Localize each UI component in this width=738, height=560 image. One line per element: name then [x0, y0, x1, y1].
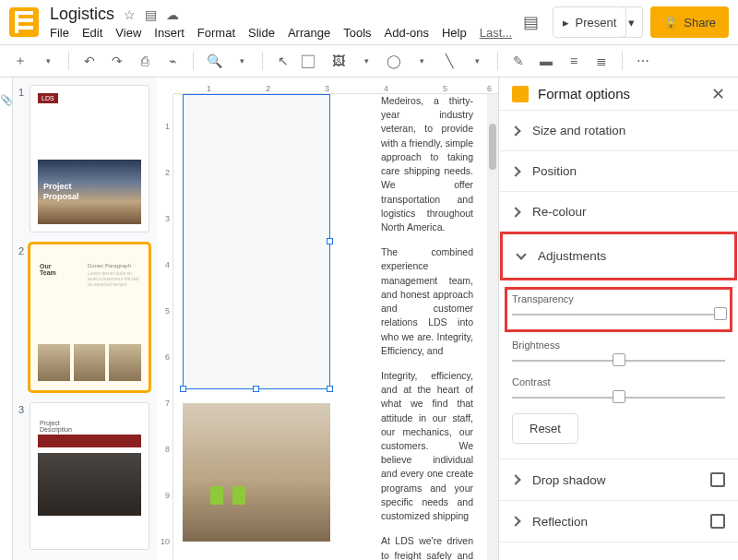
ruler-vertical[interactable]: 1 2 3 4 5 6 7 8 9 10 — [157, 94, 173, 560]
border-dash-button[interactable]: ≣ — [590, 50, 613, 72]
chevron-right-icon — [510, 125, 520, 136]
menu-edit[interactable]: Edit — [82, 26, 102, 40]
section-recolour[interactable]: Re-colour — [499, 192, 738, 232]
zoom-dropdown[interactable]: ▾ — [231, 50, 253, 72]
transparency-slider-group: Transparency — [512, 293, 725, 316]
cloud-icon[interactable]: ☁ — [166, 7, 179, 22]
new-slide-dropdown[interactable]: ▾ — [37, 50, 59, 72]
chevron-right-icon — [510, 207, 520, 217]
menu-arrange[interactable]: Arrange — [288, 26, 330, 40]
menu-view[interactable]: View — [115, 26, 141, 40]
slide-thumb-3[interactable]: Project Description — [30, 402, 149, 550]
menu-slide[interactable]: Slide — [248, 26, 275, 40]
canvas: 1 2 3 4 5 6 1 2 3 4 5 6 7 8 9 10 — [157, 77, 498, 560]
close-icon[interactable]: ✕ — [711, 84, 725, 104]
paint-format-button[interactable]: ⌁ — [161, 50, 184, 72]
select-tool[interactable]: ↖ — [272, 50, 294, 72]
menu-tools[interactable]: Tools — [343, 26, 371, 40]
chevron-right-icon — [510, 516, 520, 526]
new-slide-button[interactable]: ＋ — [9, 50, 31, 72]
share-button[interactable]: 🔒 Share — [650, 6, 729, 38]
menu-last-edit[interactable]: Last... — [480, 26, 512, 40]
side-tab: 📎 — [0, 77, 13, 560]
border-weight-button[interactable]: ≡ — [563, 50, 585, 72]
slide-text[interactable]: Medeiros, a thirty-year industry veteran… — [381, 94, 473, 560]
border-color-button[interactable]: ▬ — [535, 50, 557, 72]
menu-file[interactable]: File — [50, 26, 69, 40]
present-button[interactable]: ▸ Present — [553, 6, 626, 38]
section-reflection[interactable]: Reflection — [499, 501, 738, 542]
zoom-button[interactable]: 🔍 — [203, 50, 225, 72]
print-button[interactable]: ⎙ — [134, 50, 156, 72]
textbox-tool[interactable]: ⃞ — [300, 50, 322, 72]
menu-format[interactable]: Format — [197, 26, 235, 40]
brightness-slider[interactable] — [512, 360, 725, 362]
move-icon[interactable]: ▤ — [145, 7, 157, 22]
brightness-slider-group: Brightness — [512, 340, 725, 362]
present-dropdown[interactable]: ▾ — [621, 6, 643, 38]
more-button[interactable]: ⋯ — [632, 50, 654, 72]
titlebar: Logistics ☆ ▤ ☁ File Edit View Insert Fo… — [0, 0, 738, 44]
contrast-slider-group: Contrast — [512, 376, 725, 399]
section-drop-shadow[interactable]: Drop shadow — [499, 459, 738, 501]
chevron-down-icon — [516, 249, 526, 259]
star-icon[interactable]: ☆ — [124, 7, 136, 22]
lock-icon: 🔒 — [663, 16, 678, 30]
section-position[interactable]: Position — [499, 151, 738, 192]
sidebar-title: Format options — [538, 86, 702, 101]
toolbar: ＋ ▾ ↶ ↷ ⎙ ⌁ 🔍 ▾ ↖ ⃞ 🖼 ▾ ◯ ▾ ╲ ▾ ✎ ▬ ≡ ≣ … — [0, 44, 738, 77]
section-size-rotation[interactable]: Size and rotation — [499, 111, 738, 151]
chevron-right-icon — [510, 166, 520, 176]
ruler-horizontal[interactable]: 1 2 3 4 5 6 — [173, 77, 498, 94]
selected-image-frame[interactable] — [183, 94, 330, 389]
filmstrip: 1 LDS Project Proposal 2 Our Team Donec … — [13, 77, 157, 560]
reflection-checkbox[interactable] — [710, 514, 725, 529]
slides-logo-icon[interactable] — [9, 7, 39, 37]
image-tool[interactable]: 🖼 — [327, 50, 350, 72]
menu-help[interactable]: Help — [442, 26, 467, 40]
menubar: File Edit View Insert Format Slide Arran… — [50, 26, 516, 40]
scrollbar-vertical[interactable] — [487, 94, 498, 560]
format-options-icon — [512, 86, 529, 102]
slide-thumb-2[interactable]: Our Team Donec Paragraph Lorem ipsum dol… — [30, 244, 149, 391]
crop-button[interactable]: ✎ — [507, 50, 530, 72]
slide-image[interactable] — [183, 403, 330, 542]
attach-icon[interactable]: 📎 — [0, 94, 13, 106]
undo-button[interactable]: ↶ — [78, 50, 101, 72]
menu-addons[interactable]: Add-ons — [385, 26, 429, 40]
line-tool[interactable]: ╲ — [438, 50, 460, 72]
redo-button[interactable]: ↷ — [106, 50, 128, 72]
comments-icon[interactable]: ▤ — [516, 7, 545, 37]
shape-tool[interactable]: ◯ — [383, 50, 405, 72]
contrast-slider[interactable] — [512, 397, 725, 399]
document-name[interactable]: Logistics — [50, 5, 114, 24]
drop-shadow-checkbox[interactable] — [710, 472, 725, 487]
chevron-right-icon — [510, 474, 520, 484]
format-options-sidebar: Format options ✕ Size and rotation Posit… — [498, 77, 738, 560]
play-icon: ▸ — [563, 16, 569, 30]
section-adjustments[interactable]: Adjustments — [505, 236, 732, 276]
menu-insert[interactable]: Insert — [154, 26, 184, 40]
slide-thumb-1[interactable]: LDS Project Proposal — [30, 85, 149, 232]
reset-button[interactable]: Reset — [512, 413, 578, 444]
transparency-slider[interactable] — [512, 314, 725, 316]
